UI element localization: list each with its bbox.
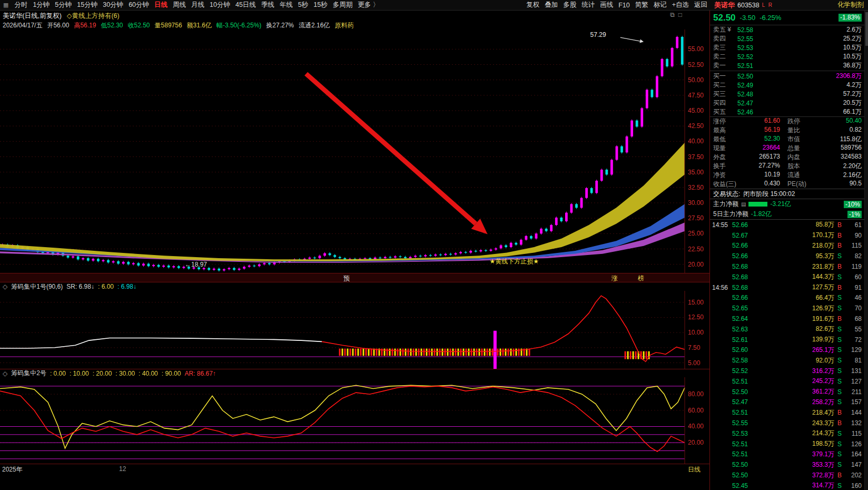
popout-icon[interactable]: ⧉: [670, 11, 675, 18]
stats-grid: 涨停61.60跌停50.40最高56.19量比0.82最低52.30市值115.…: [710, 116, 868, 189]
menu-item[interactable]: 5分钟: [52, 1, 74, 9]
menu-item[interactable]: 简繁: [633, 1, 651, 9]
strip-button[interactable]: 涨: [611, 274, 618, 283]
tick-row[interactable]: 52.65126.9万S70: [710, 303, 868, 313]
menu-item[interactable]: 周线: [170, 1, 189, 9]
quote-row[interactable]: 卖二52.5210.5万: [710, 52, 868, 61]
tick-row[interactable]: 52.6666.4万S46: [710, 293, 868, 303]
tick-row[interactable]: 52.55243.3万B132: [710, 418, 868, 428]
tick-row[interactable]: 52.68231.8万B119: [710, 261, 868, 272]
menu-item[interactable]: 30分钟: [100, 1, 126, 9]
menu-item[interactable]: 标记: [651, 1, 669, 9]
svg-text:47.50: 47.50: [688, 92, 704, 99]
menu-item[interactable]: 季线: [259, 1, 277, 9]
menu-item[interactable]: 返回: [692, 1, 710, 9]
scrollbar-thumb[interactable]: [865, 12, 868, 46]
menu-item[interactable]: 5秒: [295, 1, 311, 9]
menu-item[interactable]: 15分钟: [74, 1, 100, 9]
menu-item[interactable]: F10: [616, 2, 633, 9]
tick-volume: 170.1万: [756, 231, 834, 240]
window-icon[interactable]: ▦: [0, 2, 12, 8]
tick-row[interactable]: 52.5892.0万S81: [710, 355, 868, 366]
tick-row[interactable]: 52.50361.2万S211: [710, 387, 868, 397]
quote-row[interactable]: 买三52.4857.2万: [710, 90, 868, 99]
menu-item[interactable]: 叠加: [542, 1, 560, 9]
tick-side: B: [834, 409, 845, 416]
menu-item[interactable]: 45日线: [233, 1, 259, 9]
menu-item[interactable]: 年线: [277, 1, 295, 9]
menu-item[interactable]: 多股: [560, 1, 579, 9]
quote-row[interactable]: 卖三52.5310.5万: [710, 43, 868, 52]
quote-row[interactable]: 买四52.4720.5万: [710, 99, 868, 107]
menu-item[interactable]: 月线: [189, 1, 207, 9]
tick-row[interactable]: 14:5652.68127.5万B91: [710, 282, 868, 293]
info-field: 幅-3.50(-6.25%): [216, 21, 261, 30]
tick-row[interactable]: 52.50372.8万B202: [710, 470, 868, 481]
flow-chart-icon[interactable]: ▤: [741, 201, 746, 207]
indicator1-header[interactable]: ◇筹码集中1号(90,6)SR: 6.98↓: 6.00: 6.98↓: [0, 282, 709, 291]
tick-row[interactable]: 52.53214.3万S115: [710, 428, 868, 439]
quote-volume: 4.2万: [846, 81, 862, 90]
tick-volume: 218.0万: [756, 241, 834, 250]
menu-item[interactable]: 60分钟: [126, 1, 152, 9]
tick-price: 52.50: [732, 472, 756, 479]
menu-item[interactable]: 多周期: [330, 1, 356, 9]
stat-cell: 现量23664: [713, 144, 787, 153]
tick-row[interactable]: 52.52316.2万S131: [710, 366, 868, 376]
tick-list[interactable]: 14:5552.6685.8万B6152.67170.1万B9052.66218…: [710, 219, 868, 490]
quote-row[interactable]: 买五52.4666.1万: [710, 107, 868, 116]
maximize-icon[interactable]: □: [678, 11, 682, 18]
indicator-header-segment: : 20.00: [93, 370, 112, 377]
tick-volume: 127.5万: [756, 283, 834, 292]
menu-item[interactable]: 15秒: [311, 1, 330, 9]
tick-row[interactable]: 52.67170.1万B90: [710, 230, 868, 241]
indicator2-chart[interactable]: 80.0060.0040.0020.00: [0, 377, 710, 464]
strip-button[interactable]: 预: [343, 274, 350, 283]
indicator1-chart[interactable]: 15.0012.5010.007.505.00: [0, 291, 710, 369]
quote-row[interactable]: 买二52.494.2万: [710, 81, 868, 90]
tick-row[interactable]: 14:5552.6685.8万B61: [710, 220, 868, 230]
tick-row[interactable]: 52.64191.6万B68: [710, 313, 868, 324]
menu-item[interactable]: 统计: [579, 1, 597, 9]
tick-row[interactable]: 52.51198.5万S126: [710, 439, 868, 449]
tick-row[interactable]: 52.66218.0万B115: [710, 241, 868, 251]
menu-item[interactable]: 日线: [152, 1, 170, 9]
industry-label[interactable]: 化学制剂: [837, 1, 864, 9]
menu-item[interactable]: 10分钟: [207, 1, 233, 9]
quote-price: 52.53: [737, 44, 768, 52]
tick-row[interactable]: 52.61139.9万S72: [710, 335, 868, 345]
quote-row[interactable]: 卖五 ¥52.582.6万: [710, 25, 868, 34]
tick-row[interactable]: 52.47258.2万S157: [710, 397, 868, 408]
stat-label: 最高: [713, 126, 726, 135]
tick-volume: 243.3万: [756, 419, 834, 428]
tick-row[interactable]: 52.50353.3万S147: [710, 459, 868, 470]
main-candlestick-chart[interactable]: 55.0052.5050.0047.5045.0042.5040.0037.50…: [0, 30, 710, 273]
menu-item[interactable]: 画线: [597, 1, 616, 9]
tick-count: 160: [845, 482, 862, 489]
menu-item[interactable]: 复权: [524, 1, 542, 9]
tick-volume: 361.2万: [756, 387, 834, 396]
quote-row[interactable]: 卖一52.5136.8万: [710, 61, 868, 70]
scrollbar[interactable]: [864, 11, 868, 490]
menu-item[interactable]: 1分钟: [30, 1, 52, 9]
tick-row[interactable]: 52.51218.4万B144: [710, 407, 868, 418]
stock-name[interactable]: 美诺华: [714, 1, 735, 10]
strip-button[interactable]: 榜: [638, 274, 644, 283]
tick-row[interactable]: 52.51379.1万S164: [710, 449, 868, 460]
indicator2-header[interactable]: ◇筹码集中2号: 0.00: 10.00: 20.00: 30.00: 40.0…: [0, 369, 709, 377]
menu-item[interactable]: 更多 〉: [355, 1, 382, 9]
tick-row[interactable]: 52.6695.3万S82: [710, 251, 868, 261]
tick-row[interactable]: 52.51245.2万S127: [710, 376, 868, 387]
menu-item[interactable]: 分时: [12, 1, 30, 9]
tick-row[interactable]: 52.60265.1万S129: [710, 345, 868, 356]
quote-row[interactable]: 买一52.502306.8万: [710, 72, 868, 81]
tick-price: 52.66: [732, 242, 756, 249]
overlay-indicator-label[interactable]: ◇黄线上方持有(6): [67, 12, 120, 21]
tick-row[interactable]: 52.68144.3万S60: [710, 272, 868, 282]
quote-row[interactable]: 卖四52.5525.2万: [710, 34, 868, 43]
menu-item[interactable]: +自选: [669, 1, 692, 9]
tick-row[interactable]: 52.45314.7万S160: [710, 481, 868, 490]
quote-level-label: 买三: [713, 90, 737, 99]
svg-text:52.50: 52.50: [688, 61, 704, 68]
tick-row[interactable]: 52.6382.6万S55: [710, 324, 868, 335]
